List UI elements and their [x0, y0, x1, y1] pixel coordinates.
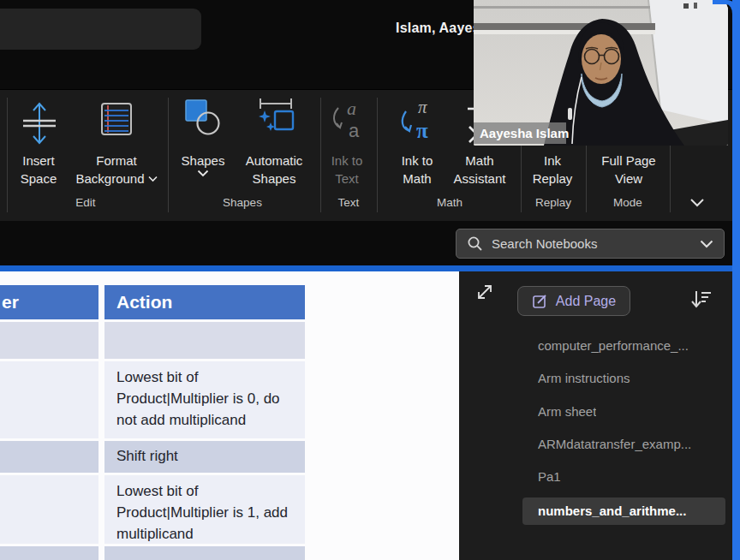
button-label: Math: [440, 152, 519, 170]
ribbon-group-mode: Mode: [588, 196, 668, 209]
button-label: Text: [319, 170, 375, 188]
button-label: Ink to: [319, 152, 375, 170]
ribbon-group-replay: Replay: [522, 196, 584, 209]
titlebar-pill: [0, 9, 201, 50]
svg-text:a: a: [349, 120, 360, 140]
page-list-item[interactable]: Pa1: [538, 469, 561, 486]
table-cell: [104, 546, 305, 560]
page-list-item[interactable]: Arm instructions: [538, 371, 630, 388]
button-label: Full Page: [589, 152, 668, 170]
expand-diagonal-icon: [474, 282, 495, 302]
page-list-panel: Add Page computer_performance_... Arm in…: [459, 271, 732, 560]
ribbon-group-text: Text: [322, 196, 375, 209]
button-label: Ink: [519, 152, 586, 170]
table-header-action: Action: [104, 285, 305, 319]
ribbon-group-edit: Edit: [9, 196, 163, 209]
collapse-ribbon-button[interactable]: [680, 190, 714, 214]
chevron-down-icon: [197, 170, 209, 177]
chevron-down-icon: [689, 198, 705, 207]
video-name-tag: Aayesha Islam: [474, 122, 566, 144]
table-cell: Lowest bit of Product|Multiplier is 0, d…: [104, 361, 305, 438]
ribbon-group-shapes: Shapes: [171, 196, 313, 209]
sort-pages-button[interactable]: [689, 287, 714, 313]
automatic-shapes-icon: [254, 96, 296, 139]
button-label: Background: [75, 170, 144, 188]
sort-descending-icon: [689, 287, 713, 311]
search-placeholder: Search Notebooks: [492, 236, 691, 251]
button-label: Insert: [9, 152, 69, 170]
search-scope-chevron-icon[interactable]: [700, 240, 713, 248]
page-list-item[interactable]: ARMdatatransfer_examp...: [538, 437, 691, 454]
button-label: View: [589, 170, 668, 188]
button-label: Space: [9, 170, 69, 188]
insert-space-icon: [21, 99, 58, 147]
add-page-label: Add Page: [556, 294, 616, 309]
button-label: Replay: [519, 170, 586, 188]
search-icon: [467, 235, 483, 252]
expand-panel-button[interactable]: [474, 282, 497, 304]
window-border-corner: [713, 0, 740, 27]
notebook-accent-border: [0, 265, 732, 271]
webcam-video-tile[interactable]: Aayesha Islam: [474, 0, 728, 146]
app-window: Islam, Aayesh Insert Space Format: [0, 0, 740, 560]
search-input[interactable]: Search Notebooks: [456, 229, 725, 259]
ribbon-separator: [7, 98, 8, 212]
ribbon-separator: [377, 98, 378, 212]
ribbon-group-math: Math: [380, 196, 519, 209]
table-cell: [0, 546, 98, 560]
svg-text:π: π: [418, 98, 427, 117]
button-label: Automatic: [235, 152, 313, 170]
button-label: Format: [72, 152, 161, 170]
format-background-icon: [99, 101, 134, 137]
table-cell: [0, 475, 98, 544]
button-label: Shapes: [171, 152, 235, 170]
window-border: [732, 0, 740, 560]
page-canvas[interactable]: er Action Lowest bit of Product|Multipli…: [0, 271, 459, 560]
table-cell: [0, 361, 98, 438]
ink-to-math-icon: π π: [398, 98, 438, 142]
page-list-item-selected[interactable]: numbers_and_arithme...: [522, 497, 725, 525]
shapes-icon: [183, 98, 223, 137]
button-label: Assistant: [440, 170, 519, 188]
table-header-multiplier: er: [0, 285, 98, 319]
page-list-item[interactable]: Arm sheet: [538, 404, 596, 421]
table-cell: [0, 441, 98, 473]
add-page-button[interactable]: Add Page: [517, 286, 630, 316]
chevron-down-icon: [148, 176, 158, 182]
page-list-item[interactable]: computer_performance_...: [538, 338, 689, 355]
table-cell: Lowest bit of Product|Multiplier is 1, a…: [104, 475, 305, 544]
button-label: Shapes: [235, 170, 313, 188]
multiplication-table: er Action Lowest bit of Product|Multipli…: [0, 285, 305, 560]
svg-text:π: π: [416, 119, 428, 142]
table-cell: [104, 322, 305, 359]
ribbon-separator: [168, 98, 169, 212]
table-cell: [0, 322, 98, 359]
svg-text:a: a: [347, 98, 356, 119]
ink-to-text-icon: a a: [330, 98, 366, 140]
table-cell: Shift right: [104, 441, 305, 473]
compose-icon: [532, 293, 548, 309]
